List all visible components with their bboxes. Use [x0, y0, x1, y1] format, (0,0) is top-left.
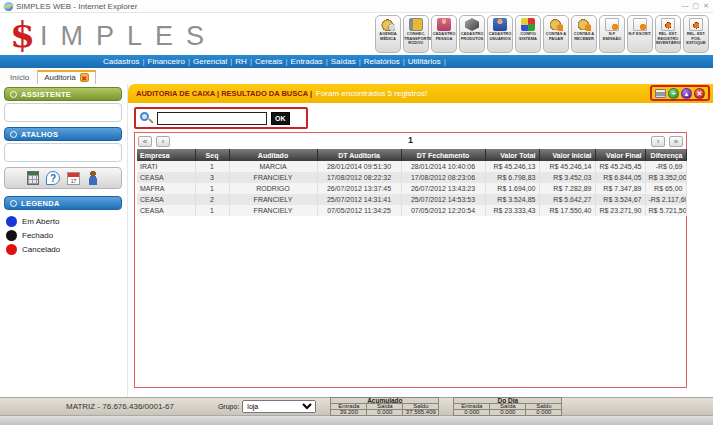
toolbar-button-n-f-emissao[interactable]: N.F EMISSÃO: [599, 15, 625, 53]
column-header-dt-auditoria[interactable]: DT Auditoria: [317, 149, 401, 161]
mini-value-saldo: 37.565.409: [403, 410, 439, 416]
search-handle: [148, 118, 154, 124]
mini-value-entrada: 0.000: [454, 410, 490, 416]
app-logo: $ IMPLES: [10, 17, 217, 51]
assistente-label: ASSISTENTE: [21, 90, 71, 99]
cell-empresa: CEASA: [137, 205, 195, 216]
toolbar-button-rel-est-registro-inventario[interactable]: REL. EST. REGISTRO INVENTÁRIO: [655, 15, 681, 53]
sidebar-section-atalhos[interactable]: ATALHOS: [4, 127, 122, 141]
cell-auditado: FRANCIELY: [229, 194, 317, 205]
cell-auditado: MARCIA: [229, 161, 317, 172]
tab-auditoria[interactable]: Auditoria ✕: [37, 70, 96, 84]
column-header-valor-final[interactable]: Valor Final: [595, 149, 645, 161]
column-header-valor-inicial[interactable]: Valor Inicial: [539, 149, 595, 161]
menu-item-financeiro[interactable]: Financeiro: [145, 57, 188, 66]
toolbar-button-contas-a-pagar[interactable]: CONTAS A PAGAR: [543, 15, 569, 53]
toolbar-button-config-sistema[interactable]: CONFIG SISTEMA: [515, 15, 541, 53]
column-header-dt-fechamento[interactable]: DT Fechamento: [401, 149, 485, 161]
results-banner: AUDITORIA DE CAIXA | RESULTADO DA BUSCA …: [128, 84, 713, 103]
toolbar-button-agenda-medica[interactable]: AGENDA MÉDICA: [375, 15, 401, 53]
company-id: MATRIZ - 76.676.436/0001-67: [66, 402, 174, 411]
grupo-label: Grupo:: [218, 403, 239, 410]
column-header-valor-total[interactable]: Valor Total: [485, 149, 539, 161]
user-silhouette-icon[interactable]: [87, 171, 99, 185]
grupo-select[interactable]: loja: [242, 400, 316, 413]
search-input[interactable]: [157, 112, 267, 125]
atalhos-panel: [4, 143, 122, 162]
cell-valor-total: R$ 6.798,83: [485, 172, 539, 183]
table-row[interactable]: CEASA2FRANCIELY25/07/2012 14:31:4125/07/…: [137, 194, 686, 205]
toolbar-button-cadastro-usuarios[interactable]: CADASTRO USUÁRIOS: [487, 15, 513, 53]
logo-dollar-sign: $: [10, 17, 35, 51]
toolbar-button-cadastro-produtos[interactable]: CADASTRO PRODUTOS: [459, 15, 485, 53]
move-up-button[interactable]: ▲: [681, 88, 692, 99]
mini-value-saldo: 0.000: [526, 410, 562, 416]
search-icon[interactable]: [140, 112, 153, 125]
legend-item-label: Cancelado: [22, 245, 60, 254]
toolbar-button-rel-est-pos-estoque[interactable]: REL. EST. POS. ESTOQUE: [683, 15, 709, 53]
table-row[interactable]: IRATI1MARCIA28/01/2014 09:51:3028/01/201…: [137, 161, 686, 172]
menu-item-utilitarios[interactable]: Utilitários: [405, 57, 444, 66]
cell-valor-total: R$ 23.333,43: [485, 205, 539, 216]
menu-item-cereais[interactable]: Cereais: [252, 57, 286, 66]
cell-empresa: MAFRA: [137, 183, 195, 194]
menu-item-cadastros[interactable]: Cadastros: [100, 57, 142, 66]
calendar-icon[interactable]: 17: [67, 172, 80, 185]
menu-item-entradas[interactable]: Entradas: [288, 57, 326, 66]
section-bullet-icon: [10, 131, 17, 138]
cell-valor-final: R$ 23.271,90: [595, 205, 645, 216]
toolbar-button-label: N.F ESCRIT.: [628, 32, 652, 37]
calculator-icon[interactable]: [27, 171, 39, 185]
sidebar-section-legenda[interactable]: LEGENDA: [4, 196, 122, 210]
table-row[interactable]: CEASA1FRANCIELY07/05/2012 11:34:2507/05/…: [137, 205, 686, 216]
person-icon: [437, 18, 451, 31]
menu-separator: |: [444, 57, 446, 66]
cell-dt-fechamento: 07/05/2012 12:20:54: [401, 205, 485, 216]
page-pie-icon: [661, 18, 675, 31]
toolbar-button-label: CONFIG SISTEMA: [516, 32, 540, 41]
toolbar-button-n-f-escrit[interactable]: N.F ESCRIT.: [627, 15, 653, 53]
toolbar-button-label: N.F EMISSÃO: [600, 32, 624, 41]
toolbar-button-contas-a-receber[interactable]: CONTAS A RECEBER: [571, 15, 597, 53]
menu-item-relatorios[interactable]: Relatórios: [361, 57, 403, 66]
sidebar-section-assistente[interactable]: ASSISTENTE: [4, 87, 122, 101]
column-header-seq[interactable]: Seq: [195, 149, 229, 161]
page-pie-icon: [689, 18, 703, 31]
search-ok-button[interactable]: OK: [271, 112, 290, 125]
column-header-empresa[interactable]: Empresa: [137, 149, 195, 161]
add-record-button[interactable]: +: [668, 88, 679, 99]
printer-icon[interactable]: [655, 89, 666, 98]
maximize-icon[interactable]: ▢: [693, 2, 700, 10]
tab-close-icon[interactable]: ✕: [80, 73, 89, 82]
table-row[interactable]: CEASA3FRANCIELY17/08/2012 08:22:3217/08/…: [137, 172, 686, 183]
table-row[interactable]: MAFRA1RODRIGO26/07/2012 13:37:4526/07/20…: [137, 183, 686, 194]
moneybag-clock-icon: [381, 18, 395, 31]
close-panel-button[interactable]: ✕: [694, 88, 705, 99]
cell-valor-inicial: R$ 3.452,03: [539, 172, 595, 183]
toolbar-button-cadastro-pessoa[interactable]: CADASTRO PESSOA: [431, 15, 457, 53]
app-window: SIMPLES WEB - Internet Explorer — ▢ ✕ $ …: [0, 0, 713, 425]
last-page-button[interactable]: »: [669, 136, 683, 147]
column-header-auditado[interactable]: Auditado: [229, 149, 317, 161]
cell-dt-fechamento: 26/07/2012 13:43:23: [401, 183, 485, 194]
section-bullet-icon: [10, 200, 17, 207]
toolbar-button-conhec-transporte-rodov[interactable]: CONHEC. TRANSPORTE RODOV.: [403, 15, 429, 53]
tab-inicio[interactable]: Início: [6, 71, 37, 84]
next-page-button[interactable]: ›: [651, 136, 665, 147]
column-header-diferenca[interactable]: Diferença: [645, 149, 686, 161]
help-icon[interactable]: ?: [46, 171, 60, 185]
cell-auditado: RODRIGO: [229, 183, 317, 194]
cell-diferenca: R$ 5.721,50: [645, 205, 686, 216]
toolbar-button-label: CADASTRO PRODUTOS: [460, 32, 484, 41]
minimize-icon[interactable]: —: [682, 2, 689, 10]
title-bar: SIMPLES WEB - Internet Explorer — ▢ ✕: [0, 0, 713, 13]
menu-item-gerencial[interactable]: Gerencial: [190, 57, 230, 66]
internet-explorer-icon: [4, 2, 13, 11]
close-window-icon[interactable]: ✕: [703, 2, 709, 10]
menu-item-saidas[interactable]: Saídas: [328, 57, 359, 66]
toolbar-button-label: CADASTRO PESSOA: [432, 32, 456, 41]
legenda-label: LEGENDA: [21, 199, 60, 208]
current-page: 1: [137, 135, 684, 145]
menu-item-rh[interactable]: RH: [232, 57, 250, 66]
cell-empresa: CEASA: [137, 194, 195, 205]
